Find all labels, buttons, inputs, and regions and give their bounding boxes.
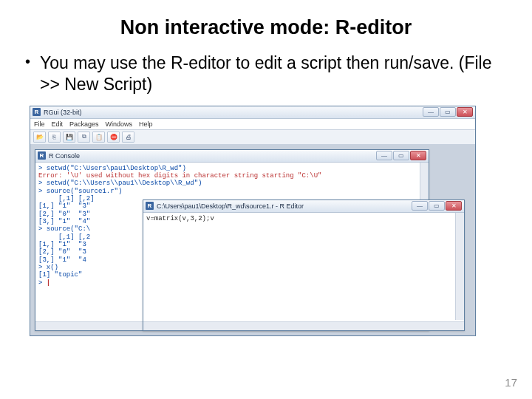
save-icon[interactable]: 💾 (63, 132, 75, 143)
page-number: 17 (505, 376, 517, 389)
bullet-dot: • (25, 52, 40, 95)
editor-text: v=matrix(v,3,2);v (143, 213, 464, 225)
editor-body[interactable]: v=matrix(v,3,2);v (143, 213, 464, 330)
minimize-button[interactable]: — (376, 151, 392, 160)
r-editor-window: R C:\Users\pau1\Desktop\R_wd\source1.r -… (143, 200, 465, 331)
console-titlebar: R R Console — ▭ ✕ (35, 150, 429, 163)
rgui-titlebar: R RGui (32-bit) — ▭ ✕ (30, 106, 475, 119)
editor-title-text: C:\Users\pau1\Desktop\R_wd\source1.r - R… (157, 202, 409, 210)
close-button[interactable]: ✕ (410, 151, 426, 160)
menu-packages[interactable]: Packages (69, 120, 99, 128)
menu-edit[interactable]: Edit (52, 120, 64, 128)
minimize-button[interactable]: — (423, 107, 439, 117)
menu-help[interactable]: Help (139, 120, 153, 128)
maximize-button[interactable]: ▭ (393, 151, 409, 160)
close-button[interactable]: ✕ (446, 201, 462, 211)
screenshot-rgui: R RGui (32-bit) — ▭ ✕ File Edit Packages… (30, 106, 476, 336)
console-window-controls: — ▭ ✕ (376, 151, 426, 160)
close-button[interactable]: ✕ (457, 107, 473, 117)
rgui-menubar: File Edit Packages Windows Help (30, 119, 475, 130)
mdi-area: R R Console — ▭ ✕ > setwd("C:\Users\pau1… (30, 145, 475, 335)
r-logo-icon: R (33, 108, 41, 116)
menu-windows[interactable]: Windows (106, 120, 133, 128)
slide-bullet: • You may use the R-editor to edit a scr… (25, 52, 507, 95)
scrollbar-horizontal[interactable] (143, 321, 464, 330)
paste-icon[interactable]: 📋 (92, 132, 105, 143)
slide-title: Non interactive mode: R-editor (25, 16, 507, 39)
maximize-button[interactable]: ▭ (429, 201, 445, 211)
copy-icon[interactable]: ⧉ (78, 132, 90, 143)
minimize-button[interactable]: — (412, 201, 428, 211)
print-icon[interactable]: 🖨 (122, 132, 134, 143)
editor-titlebar: R C:\Users\pau1\Desktop\R_wd\source1.r -… (143, 200, 464, 213)
rgui-window: R RGui (32-bit) — ▭ ✕ File Edit Packages… (30, 106, 475, 335)
console-title-text: R Console (49, 152, 373, 160)
stop-icon[interactable]: ⛔ (107, 132, 120, 143)
rgui-toolbar: 📂 ⎘ 💾 ⧉ 📋 ⛔ 🖨 (30, 130, 475, 145)
rgui-window-controls: — ▭ ✕ (423, 107, 473, 117)
rgui-title-text: RGui (32-bit) (44, 109, 420, 116)
menu-file[interactable]: File (34, 120, 45, 128)
scrollbar-vertical[interactable] (455, 213, 464, 320)
bullet-text: You may use the R-editor to edit a scrip… (40, 52, 507, 95)
r-logo-icon: R (146, 202, 154, 210)
editor-window-controls: — ▭ ✕ (412, 201, 462, 211)
r-logo-icon: R (38, 151, 46, 160)
maximize-button[interactable]: ▭ (440, 107, 456, 117)
load-icon[interactable]: ⎘ (48, 132, 61, 143)
open-icon[interactable]: 📂 (33, 132, 46, 143)
